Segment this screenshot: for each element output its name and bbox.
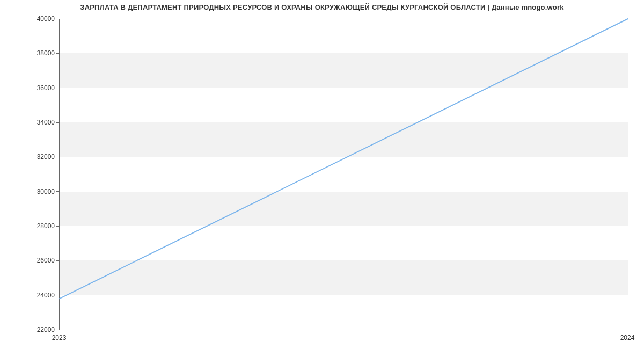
y-tick-label: 22000 (23, 326, 55, 333)
plot-area (59, 19, 628, 330)
chart-title: ЗАРПЛАТА В ДЕПАРТАМЕНТ ПРИРОДНЫХ РЕСУРСО… (0, 3, 644, 11)
y-tick-label: 36000 (23, 84, 55, 92)
y-tick (56, 260, 60, 261)
y-tick (56, 157, 60, 157)
y-tick (56, 19, 60, 19)
y-tick (56, 295, 60, 295)
x-tick-label: 2023 (52, 334, 67, 341)
y-tick-label: 32000 (23, 153, 55, 161)
y-tick-label: 34000 (23, 119, 55, 126)
x-tick-label: 2024 (620, 334, 635, 341)
line-chart: ЗАРПЛАТА В ДЕПАРТАМЕНТ ПРИРОДНЫХ РЕСУРСО… (0, 0, 644, 349)
y-tick (56, 226, 60, 227)
y-tick (56, 191, 60, 192)
y-tick-label: 38000 (23, 49, 55, 57)
x-tick (60, 330, 60, 333)
y-tick (56, 88, 60, 88)
y-tick-label: 26000 (23, 257, 55, 264)
y-tick-label: 28000 (23, 222, 55, 230)
x-tick (628, 330, 628, 333)
y-tick-label: 24000 (23, 292, 55, 299)
line-layer (60, 19, 628, 330)
y-tick-label: 40000 (23, 15, 55, 23)
y-tick-label: 30000 (23, 188, 55, 195)
y-tick (56, 122, 60, 123)
series-line (60, 19, 628, 299)
y-tick (56, 53, 60, 54)
